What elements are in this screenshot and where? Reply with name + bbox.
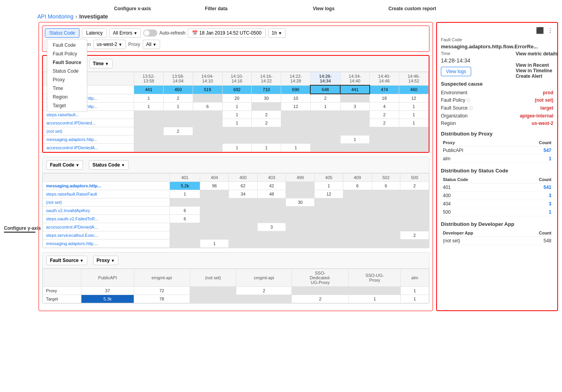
cell[interactable] bbox=[164, 136, 193, 144]
cell[interactable]: 2 bbox=[252, 111, 281, 119]
latency-tab[interactable]: Latency bbox=[82, 28, 107, 38]
cell[interactable]: 2 bbox=[400, 182, 429, 190]
cell[interactable]: 12 bbox=[281, 103, 311, 111]
cell[interactable] bbox=[315, 198, 343, 207]
proxy-dropdown-s3[interactable]: Proxy ▼ bbox=[93, 256, 118, 265]
cell[interactable] bbox=[200, 190, 229, 198]
cell[interactable]: 2 bbox=[310, 94, 340, 103]
cell[interactable] bbox=[134, 136, 164, 144]
cell[interactable]: 1 bbox=[399, 111, 429, 119]
cell[interactable] bbox=[229, 223, 258, 231]
cell[interactable] bbox=[134, 111, 164, 119]
table-row[interactable]: Target 5.3k 78 2 1 1 bbox=[43, 295, 429, 303]
cell[interactable] bbox=[190, 287, 236, 295]
cause-value[interactable]: (not set) bbox=[535, 97, 553, 103]
cell[interactable] bbox=[170, 231, 200, 240]
cell[interactable] bbox=[193, 144, 222, 152]
cell[interactable] bbox=[193, 136, 222, 144]
list-item[interactable]: PublicAPI 547 bbox=[441, 147, 553, 155]
cell[interactable] bbox=[229, 240, 258, 248]
cell[interactable] bbox=[257, 240, 286, 248]
cell[interactable] bbox=[370, 136, 399, 144]
table-row[interactable]: steps.raisefault.RaiseFault 1 34 48 12 bbox=[43, 190, 429, 198]
cell[interactable] bbox=[400, 198, 429, 207]
cell[interactable] bbox=[310, 119, 340, 127]
cell[interactable] bbox=[372, 190, 400, 198]
cell[interactable] bbox=[252, 127, 281, 136]
cell[interactable] bbox=[193, 94, 222, 103]
cell[interactable] bbox=[193, 111, 222, 119]
cell[interactable] bbox=[134, 144, 164, 152]
cell[interactable]: 1 bbox=[170, 190, 200, 198]
table-row[interactable]: Proxy 37 72 2 1 bbox=[43, 287, 429, 295]
cell[interactable]: 37 bbox=[81, 287, 134, 295]
cell[interactable]: 519 bbox=[193, 85, 222, 94]
cell[interactable]: 1 bbox=[222, 103, 252, 111]
cell[interactable] bbox=[400, 215, 429, 223]
cause-value[interactable]: prod bbox=[543, 90, 553, 95]
cell[interactable] bbox=[399, 127, 429, 136]
cell[interactable] bbox=[343, 190, 372, 198]
cell[interactable]: 48 bbox=[257, 190, 286, 198]
more-options-icon[interactable]: ⋮ bbox=[547, 27, 553, 34]
cell[interactable] bbox=[399, 136, 429, 144]
cell[interactable]: 1 bbox=[134, 94, 164, 103]
cell[interactable]: 1 bbox=[222, 119, 252, 127]
cell[interactable]: 34 bbox=[229, 190, 258, 198]
breadcrumb-parent[interactable]: API Monitoring bbox=[37, 13, 74, 20]
region-dropdown[interactable]: us-west-2 ▼ bbox=[93, 40, 126, 49]
cell[interactable] bbox=[343, 207, 372, 215]
cell[interactable]: 6 bbox=[170, 207, 200, 215]
cell[interactable] bbox=[257, 215, 286, 223]
cell[interactable]: 474 bbox=[370, 85, 399, 94]
cell[interactable]: 1 bbox=[200, 240, 229, 248]
cell[interactable] bbox=[286, 182, 315, 190]
cell[interactable] bbox=[134, 119, 164, 127]
list-item[interactable]: 500 1 bbox=[441, 208, 553, 216]
cell[interactable]: 1 bbox=[164, 103, 193, 111]
cell[interactable]: 692 bbox=[222, 85, 252, 94]
list-item[interactable]: 401 541 bbox=[441, 183, 553, 192]
menu-status-code[interactable]: Status Code bbox=[47, 67, 87, 75]
cell[interactable]: 1 bbox=[134, 103, 164, 111]
menu-fault-source[interactable]: Fault Source bbox=[47, 58, 87, 67]
cell[interactable] bbox=[134, 127, 164, 136]
cell[interactable] bbox=[372, 240, 400, 248]
cell[interactable] bbox=[340, 111, 370, 119]
cell[interactable]: 2 bbox=[236, 287, 292, 295]
cell[interactable]: 1 bbox=[310, 103, 340, 111]
cell[interactable]: 710 bbox=[252, 85, 281, 94]
cell[interactable] bbox=[315, 240, 343, 248]
chart-icon[interactable]: ⬛ bbox=[536, 27, 544, 34]
cell[interactable]: 1 bbox=[340, 136, 370, 144]
cell[interactable] bbox=[257, 231, 286, 240]
cell[interactable] bbox=[252, 136, 281, 144]
cell[interactable]: 450 bbox=[164, 85, 193, 94]
cell[interactable] bbox=[286, 207, 315, 215]
cell[interactable]: 1 bbox=[401, 295, 429, 303]
cell[interactable] bbox=[229, 231, 258, 240]
cell[interactable] bbox=[252, 103, 281, 111]
cell[interactable] bbox=[372, 223, 400, 231]
cause-value[interactable]: apigee-internal bbox=[520, 113, 553, 119]
table-row[interactable]: messaging.adaptors.http... 1 2 20 30 10 … bbox=[43, 94, 429, 103]
cell[interactable]: 72 bbox=[134, 287, 190, 295]
cell[interactable] bbox=[310, 144, 340, 152]
cell[interactable]: 2 bbox=[164, 127, 193, 136]
cell[interactable]: 18 bbox=[370, 94, 399, 103]
cell[interactable]: 690 bbox=[281, 85, 311, 94]
cell[interactable] bbox=[164, 144, 193, 152]
cell[interactable]: 30 bbox=[286, 198, 315, 207]
cell[interactable]: 1 bbox=[399, 119, 429, 127]
cell[interactable]: 3 bbox=[257, 223, 286, 231]
cell[interactable] bbox=[281, 136, 311, 144]
cell[interactable] bbox=[281, 127, 311, 136]
table-row[interactable]: accesscontrol.IPDenied... 1 2 2 1 bbox=[43, 119, 429, 127]
cell[interactable] bbox=[222, 127, 252, 136]
table-row[interactable]: messaging.adaptors.http... 5.2k 96 62 42… bbox=[43, 182, 429, 190]
cell[interactable] bbox=[170, 240, 200, 248]
cell[interactable] bbox=[315, 215, 343, 223]
cell[interactable] bbox=[399, 144, 429, 152]
cell[interactable] bbox=[370, 144, 399, 152]
cell[interactable]: 2 bbox=[252, 119, 281, 127]
